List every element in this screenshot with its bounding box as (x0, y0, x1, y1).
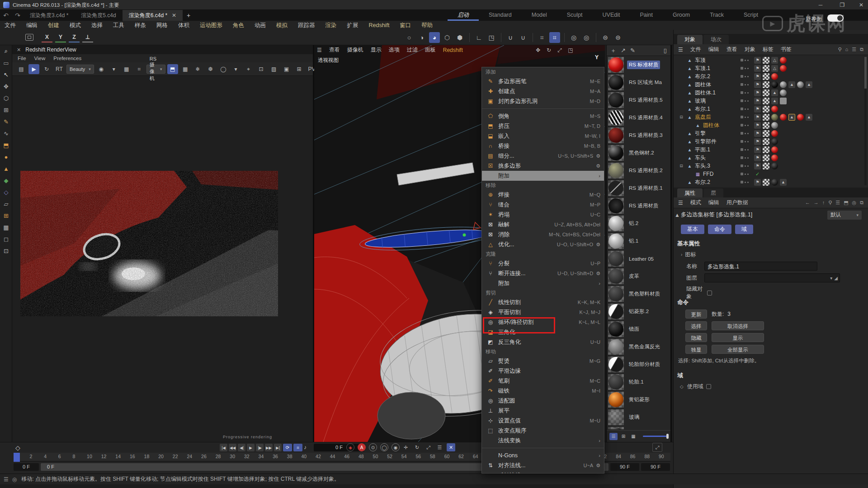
object-menu-标签[interactable]: 标签 (763, 46, 774, 53)
tag-mat-red-icon[interactable] (771, 73, 778, 80)
crop-icon[interactable]: ⌗ (134, 64, 145, 74)
tag-uv-icon[interactable] (763, 98, 769, 104)
next-frame-icon[interactable]: |▶ (256, 444, 264, 451)
spline-tool-icon[interactable]: ∿ (0, 127, 12, 139)
object-row[interactable]: ▲引擎部件⚑ (674, 137, 868, 145)
tag-flag-icon[interactable]: ⚑ (754, 122, 761, 129)
visibility-dots[interactable] (741, 83, 749, 86)
goto-end-icon[interactable]: ▶| (274, 444, 282, 451)
material-item[interactable]: RS 通用材质.3 (607, 127, 670, 144)
object-label[interactable]: FFD (703, 171, 713, 177)
axis-lock-Z[interactable]: Z (69, 33, 80, 42)
tag-uv-icon[interactable] (763, 179, 769, 186)
viewport-menu-过滤[interactable]: 过滤 (407, 46, 418, 54)
material-name[interactable]: 皮革 (627, 272, 641, 281)
object-label[interactable]: 玻璃 (695, 97, 706, 105)
tag-flag-icon[interactable]: ⚑ (754, 179, 761, 186)
object-manager-tab-场次[interactable]: 场次 (703, 35, 729, 44)
document-tab[interactable]: 渲染角度5.c4d (75, 10, 122, 21)
material-item[interactable]: 铝.1 (607, 232, 670, 250)
compare-snapshot-icon[interactable]: ❆ (205, 64, 216, 74)
tag-flag-icon[interactable]: ⚑ (754, 98, 761, 104)
tag-mat-black-icon[interactable] (771, 81, 778, 88)
tag-flag-icon[interactable]: ⚑ (754, 130, 761, 137)
context-menu-item[interactable]: ⬓嵌入M~W, I (482, 131, 604, 141)
menu-模式[interactable]: 模式 (70, 22, 81, 29)
axis-lock-X[interactable]: X (42, 33, 52, 42)
tag-mat-dark-icon[interactable] (771, 179, 778, 186)
caret-icon[interactable]: ▾ (231, 64, 241, 74)
tag-mat-gray-icon[interactable] (780, 81, 787, 88)
tag-flag-icon[interactable]: ⚑ (754, 146, 761, 153)
tag-mat-gray-icon[interactable] (797, 81, 804, 88)
layout-tab-启动[interactable]: 启动 (448, 10, 479, 21)
hexagon-icon[interactable]: ⬡ (442, 32, 453, 43)
search-icon[interactable]: ⚲ (828, 200, 832, 206)
record-settings-icon[interactable]: ◉ (392, 443, 400, 451)
renderview-menu-File[interactable]: File (18, 56, 26, 61)
snapshot-icon[interactable]: ▤ (16, 64, 27, 74)
material-item[interactable]: 黑色金属反光 (607, 338, 670, 356)
loop-select-icon[interactable]: ◎ (581, 32, 592, 43)
expand-icon[interactable]: ⊟ (678, 164, 684, 168)
grid-overlay-icon[interactable]: ▦ (180, 64, 191, 74)
material-name[interactable]: RS 标准材质 (627, 61, 660, 69)
context-menu-item[interactable]: ✐平滑边缘 (482, 366, 604, 376)
cone-primitive-icon[interactable]: ▲ (0, 163, 12, 174)
move-tool-icon[interactable]: ✥ (0, 80, 12, 92)
tag-uv-icon[interactable] (763, 163, 769, 169)
visibility-dots[interactable] (741, 124, 749, 127)
attribute-menu-模式[interactable]: 模式 (690, 199, 701, 206)
maximize-view-icon[interactable]: ◳ (567, 47, 574, 54)
context-menu-item[interactable]: ⑂断开连接...U~D, U~Shift+D⚙ (482, 268, 604, 278)
tag-mat-dark-icon[interactable] (771, 138, 778, 145)
cylinder-mode2-icon[interactable]: ⊜ (613, 32, 623, 43)
document-tab[interactable]: 渲染角度3.c4d * (24, 10, 75, 21)
context-menu-item[interactable]: ⊕焊接M~Q (482, 190, 604, 200)
material-name[interactable]: RS 通用材质.2 (627, 166, 665, 175)
tag-flag-icon[interactable]: ⚑ (754, 155, 761, 161)
object-row[interactable]: ⊟▲底盘后⚑▲▲ (674, 113, 868, 121)
tag-tri-o-icon[interactable]: △ (771, 65, 778, 72)
visibility-dots[interactable] (741, 181, 749, 183)
tag-mat-red-icon[interactable] (780, 114, 787, 121)
layout-tab-Standard[interactable]: Standard (479, 10, 522, 21)
tag-check-icon[interactable]: ✓ (754, 171, 761, 178)
material-name[interactable]: 黑色钢材.2 (627, 149, 656, 157)
menu-角色[interactable]: 角色 (233, 22, 244, 29)
menu-icon[interactable]: ☰ (317, 47, 322, 53)
close-tab-icon[interactable]: ✕ (172, 12, 176, 19)
plane-icon[interactable]: ▱ (0, 198, 12, 210)
material-name[interactable]: 铝菱形.2 (627, 307, 651, 316)
tag-flag-icon[interactable]: ⚑ (754, 65, 761, 72)
material-item[interactable]: RS 通用材质.5 (607, 91, 670, 109)
update-button[interactable]: 更新 (685, 310, 707, 319)
deformer-icon[interactable]: ◇ (0, 186, 12, 198)
object-label[interactable]: 圆柱体 (703, 122, 719, 129)
context-menu-item[interactable]: 附加› (482, 278, 604, 288)
context-menu-item[interactable]: ✶坍塌U~C (482, 210, 604, 220)
visibility-dots[interactable] (741, 132, 749, 135)
material-item[interactable]: 黑色塑料材质 (607, 285, 670, 303)
display-mode-icon[interactable]: ◉ (96, 64, 107, 74)
object-row[interactable]: ▲圆柱体⚑▲▲ (674, 80, 868, 89)
tag-flag-icon[interactable]: ⚑ (754, 106, 761, 113)
start-render-icon[interactable]: ▶ (28, 64, 39, 74)
new-panel-icon[interactable]: ⧉ (860, 47, 863, 52)
name-field[interactable]: 多边形选集.1 (704, 262, 817, 271)
context-menu-item[interactable]: ⊠消除M~N, Ctrl+BS, Ctrl+Del (482, 230, 604, 239)
hexagon-solid-icon[interactable]: ⬢ (454, 32, 465, 43)
tag-flag-icon[interactable]: ⚑ (754, 81, 761, 88)
menu-跟踪器[interactable]: 跟踪器 (298, 22, 315, 29)
axis-lock-⟂[interactable]: ⟂ (82, 33, 93, 42)
tag-mat-red-icon[interactable] (780, 57, 787, 64)
show-button[interactable]: 显示 (712, 333, 764, 342)
gear-icon[interactable]: ⚙ (596, 153, 600, 159)
tag-mat-red-icon[interactable] (797, 114, 804, 121)
tag-uv-icon[interactable] (763, 73, 769, 80)
layout-tab-Track[interactable]: Track (700, 10, 734, 21)
viewport-menu-显示[interactable]: 显示 (371, 46, 382, 54)
tag-tri-icon[interactable]: ▲ (771, 98, 778, 104)
camera-icon[interactable]: ◻ (0, 233, 12, 245)
workplane-frame-icon[interactable]: ◳ (486, 32, 497, 43)
